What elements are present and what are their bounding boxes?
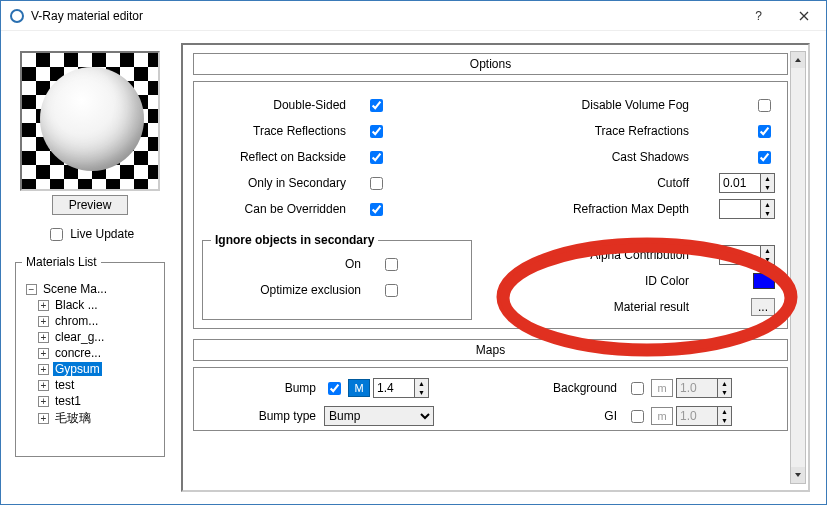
tree-item[interactable]: +Black ... <box>24 297 156 313</box>
number-spinner[interactable]: ▲▼ <box>676 378 732 398</box>
maps-header-label: Maps <box>476 343 505 357</box>
option-checkbox[interactable] <box>758 125 771 138</box>
map-enable-checkbox[interactable] <box>631 410 644 423</box>
close-icon <box>799 11 809 21</box>
tree-expander-icon[interactable]: + <box>38 316 49 327</box>
map-slot-button[interactable]: m <box>651 379 673 397</box>
material-preview <box>20 51 160 191</box>
option-checkbox[interactable] <box>758 151 771 164</box>
spinner-down-icon[interactable]: ▼ <box>415 388 428 397</box>
preview-button[interactable]: Preview <box>52 195 129 215</box>
tree-item[interactable]: +毛玻璃 <box>24 409 156 428</box>
option-row: Can be OverriddenRefraction Max Depth▲▼ <box>206 196 775 222</box>
tree-item-label: clear_g... <box>53 330 106 344</box>
materials-list-legend: Materials List <box>22 255 101 269</box>
tree-expander-icon[interactable]: + <box>38 396 49 407</box>
option-row: Double-SidedDisable Volume Fog <box>206 92 775 118</box>
spinner-down-icon[interactable]: ▼ <box>718 388 731 397</box>
option-row: Alpha Contribution▲▼ <box>485 242 775 268</box>
option-checkbox[interactable] <box>758 99 771 112</box>
material-result-button[interactable]: ... <box>751 298 775 316</box>
tree-item[interactable]: +clear_g... <box>24 329 156 345</box>
options-header-label: Options <box>470 57 511 71</box>
maps-group: BumpM▲▼Backgroundm▲▼Bump typeBumpGIm▲▼ <box>193 367 788 431</box>
map-slot-button[interactable]: M <box>348 379 370 397</box>
spinner-down-icon[interactable]: ▼ <box>761 183 774 192</box>
bump-type-select[interactable]: Bump <box>324 406 434 426</box>
maps-section-header[interactable]: Maps <box>193 339 788 361</box>
map-slot-button[interactable]: m <box>651 407 673 425</box>
option-checkbox[interactable] <box>370 177 383 190</box>
help-button[interactable]: ? <box>736 1 781 31</box>
tree-expander-icon[interactable]: + <box>38 332 49 343</box>
number-spinner[interactable]: ▲▼ <box>719 245 775 265</box>
materials-tree[interactable]: − Scene Ma... +Black ...+chrom...+clear_… <box>22 277 158 432</box>
spinner-up-icon[interactable]: ▲ <box>761 200 774 209</box>
scroll-up-icon[interactable] <box>791 52 805 68</box>
map-label: GI <box>474 409 627 423</box>
option-row: Material result... <box>485 294 775 320</box>
spinner-down-icon[interactable]: ▼ <box>761 255 774 264</box>
spinner-input[interactable] <box>374 379 414 397</box>
tree-expander-icon[interactable]: − <box>26 284 37 295</box>
options-section-header[interactable]: Options <box>193 53 788 75</box>
number-spinner[interactable]: ▲▼ <box>719 199 775 219</box>
option-row: Only in SecondaryCutoff▲▼ <box>206 170 775 196</box>
number-spinner[interactable]: ▲▼ <box>676 406 732 426</box>
live-update-toggle[interactable]: Live Update <box>46 227 134 241</box>
map-label: Background <box>474 381 627 395</box>
tree-root[interactable]: − Scene Ma... <box>24 281 156 297</box>
option-label: Material result <box>485 300 703 314</box>
tree-expander-icon[interactable]: + <box>38 364 49 375</box>
option-row: Optimize exclusion <box>211 277 463 303</box>
option-label: Alpha Contribution <box>485 248 703 262</box>
option-label: Disable Volume Fog <box>396 98 703 112</box>
number-spinner[interactable]: ▲▼ <box>719 173 775 193</box>
tree-expander-icon[interactable]: + <box>38 300 49 311</box>
spinner-input[interactable] <box>720 174 760 192</box>
tree-expander-icon[interactable]: + <box>38 413 49 424</box>
spinner-input[interactable] <box>720 200 760 218</box>
spinner-up-icon[interactable]: ▲ <box>761 246 774 255</box>
tree-item-label: chrom... <box>53 314 100 328</box>
tree-item[interactable]: +test <box>24 377 156 393</box>
spinner-up-icon[interactable]: ▲ <box>718 379 731 388</box>
spinner-input[interactable] <box>720 246 760 264</box>
tree-item[interactable]: +Gypsum <box>24 361 156 377</box>
spinner-up-icon[interactable]: ▲ <box>718 407 731 416</box>
scroll-down-icon[interactable] <box>791 467 805 483</box>
vertical-scrollbar[interactable] <box>790 51 806 484</box>
option-checkbox[interactable] <box>385 284 398 297</box>
window-title: V-Ray material editor <box>31 9 736 23</box>
option-checkbox[interactable] <box>370 99 383 112</box>
close-button[interactable] <box>781 1 826 31</box>
tree-item[interactable]: +concre... <box>24 345 156 361</box>
live-update-checkbox[interactable] <box>50 228 63 241</box>
option-checkbox[interactable] <box>370 203 383 216</box>
spinner-down-icon[interactable]: ▼ <box>718 416 731 425</box>
tree-item-label: Gypsum <box>53 362 102 376</box>
option-label: Trace Refractions <box>396 124 703 138</box>
tree-item-label: Black ... <box>53 298 100 312</box>
option-checkbox[interactable] <box>385 258 398 271</box>
id-color-swatch[interactable] <box>753 273 775 289</box>
map-enable-checkbox[interactable] <box>328 382 341 395</box>
number-spinner[interactable]: ▲▼ <box>373 378 429 398</box>
spinner-down-icon[interactable]: ▼ <box>761 209 774 218</box>
tree-item[interactable]: +chrom... <box>24 313 156 329</box>
tree-expander-icon[interactable]: + <box>38 380 49 391</box>
left-column: Preview Live Update Materials List − Sce… <box>15 43 165 457</box>
tree-item[interactable]: +test1 <box>24 393 156 409</box>
tree-root-label: Scene Ma... <box>41 282 109 296</box>
app-window: V-Ray material editor ? Preview Live Upd… <box>0 0 827 505</box>
option-row: Trace ReflectionsTrace Refractions <box>206 118 775 144</box>
tree-expander-icon[interactable]: + <box>38 348 49 359</box>
option-checkbox[interactable] <box>370 125 383 138</box>
option-checkbox[interactable] <box>370 151 383 164</box>
map-enable-checkbox[interactable] <box>631 382 644 395</box>
spinner-up-icon[interactable]: ▲ <box>415 379 428 388</box>
map-row: Bump typeBumpGIm▲▼ <box>204 402 777 430</box>
spinner-input <box>677 407 717 425</box>
spinner-up-icon[interactable]: ▲ <box>761 174 774 183</box>
option-label: Double-Sided <box>206 98 356 112</box>
